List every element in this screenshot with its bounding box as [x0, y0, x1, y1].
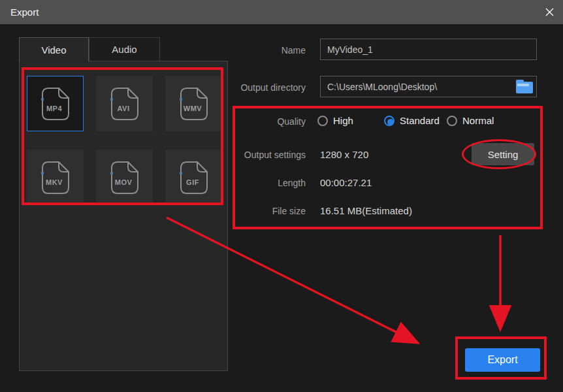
quality-normal-label: Normal: [462, 115, 494, 126]
quality-radio-normal[interactable]: Normal: [447, 115, 494, 126]
format-panel: MP4 AVI WMV: [19, 61, 228, 371]
format-tile-mp4[interactable]: MP4: [27, 76, 84, 131]
format-tile-wmv[interactable]: WMV: [165, 76, 222, 131]
svg-text:MP4: MP4: [46, 105, 62, 112]
svg-text:GIF: GIF: [186, 178, 199, 186]
tab-video[interactable]: Video: [19, 37, 89, 61]
quality-high-label: High: [333, 115, 353, 126]
export-button[interactable]: Export: [465, 348, 540, 372]
title-bar: Export: [0, 0, 563, 24]
output-directory-label: Output directory: [222, 82, 306, 93]
output-directory-value: C:\Users\MLoong\Desktop\: [327, 82, 437, 92]
radio-icon-normal: [447, 116, 457, 126]
svg-text:AVI: AVI: [117, 105, 129, 112]
close-icon[interactable]: [539, 2, 559, 22]
radio-icon-high: [317, 116, 328, 126]
output-settings-value: 1280 x 720: [320, 149, 368, 160]
format-tile-avi[interactable]: AVI: [96, 76, 153, 131]
setting-button[interactable]: Setting: [472, 143, 534, 165]
folder-icon[interactable]: [516, 80, 533, 93]
file-icon-mp4: MP4: [37, 84, 74, 123]
file-icon-mkv: MKV: [37, 158, 74, 197]
tab-video-label: Video: [41, 44, 66, 56]
file-size-label: File size: [222, 206, 306, 216]
tab-audio[interactable]: Audio: [89, 37, 160, 61]
length-label: Length: [222, 178, 306, 188]
quality-label: Quality: [222, 116, 306, 127]
name-label: Name: [222, 45, 306, 56]
quality-radio-standard[interactable]: Standard: [384, 115, 440, 126]
dialog-title: Export: [10, 7, 39, 18]
format-tile-gif[interactable]: GIF: [165, 150, 222, 205]
quality-radio-high[interactable]: High: [317, 115, 353, 126]
name-input-value: MyVideo_1: [327, 44, 373, 55]
file-icon-mov: MOV: [106, 158, 143, 197]
name-input[interactable]: MyVideo_1: [320, 39, 537, 60]
file-icon-gif: GIF: [176, 158, 212, 197]
file-size-value: 16.51 MB(Estimated): [320, 205, 412, 216]
radio-icon-standard: [384, 116, 394, 126]
format-tile-mkv[interactable]: MKV: [27, 150, 84, 205]
quality-standard-label: Standard: [400, 115, 440, 126]
svg-text:MOV: MOV: [114, 178, 132, 186]
svg-text:MKV: MKV: [46, 178, 63, 186]
svg-text:WMV: WMV: [183, 105, 202, 112]
output-directory-input[interactable]: C:\Users\MLoong\Desktop\: [320, 76, 537, 97]
file-icon-wmv: WMV: [176, 84, 212, 123]
format-tile-mov[interactable]: MOV: [96, 150, 153, 205]
format-grid: MP4 AVI WMV: [27, 76, 222, 205]
file-icon-avi: AVI: [106, 84, 143, 123]
export-dialog: Export Video Audio MP4: [0, 0, 563, 392]
tab-audio-label: Audio: [112, 44, 137, 55]
output-settings-label: Output settings: [222, 150, 306, 160]
length-value: 00:00:27.21: [320, 177, 372, 188]
